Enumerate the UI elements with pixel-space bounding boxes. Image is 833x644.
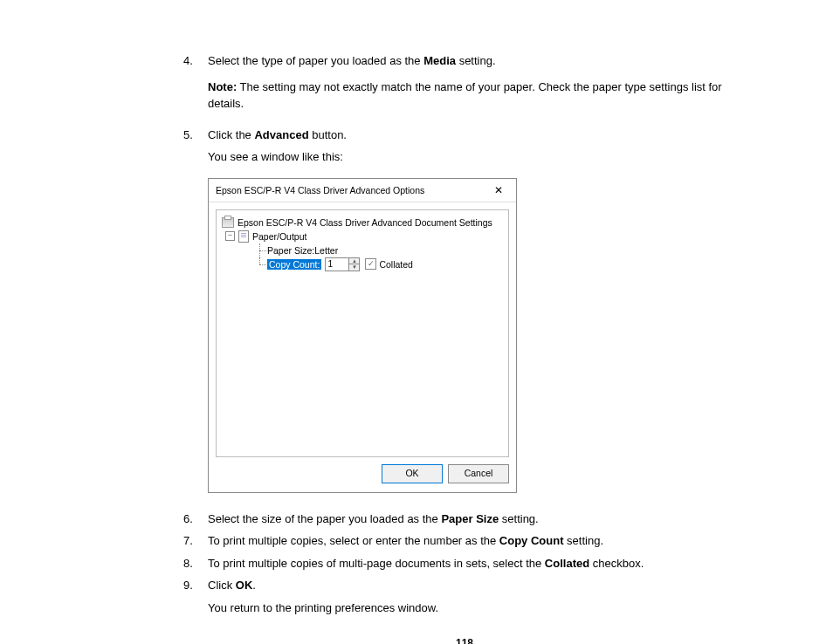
step-text-pre: Select the type of paper you loaded as t… (208, 54, 423, 67)
step-7: 7. To print multiple copies, select or e… (183, 532, 746, 550)
ok-button[interactable]: OK (382, 464, 443, 483)
step-body: Click OK. You return to the printing pre… (208, 577, 746, 616)
step-subtext: You return to the printing preferences w… (208, 599, 746, 617)
dialog-title: Epson ESC/P-R V4 Class Driver Advanced O… (216, 185, 424, 195)
close-icon[interactable]: ✕ (486, 182, 511, 198)
step-text-post: setting. (456, 54, 496, 67)
tree-root[interactable]: Epson ESC/P-R V4 Class Driver Advanced D… (220, 216, 505, 230)
step-5: 5. Click the Advanced button. You see a … (183, 127, 746, 166)
step-body: To print multiple copies, select or ente… (208, 532, 746, 550)
step-text-pre: Click the (208, 128, 254, 141)
copy-count-input[interactable] (326, 259, 348, 270)
step-body: Click the Advanced button. You see a win… (208, 127, 746, 166)
step-number: 9. (183, 577, 208, 616)
spinner-up-icon[interactable]: ▲ (349, 258, 359, 265)
document-icon (238, 230, 249, 243)
step-bold: Copy Count (499, 534, 564, 547)
step-text-post: button. (309, 128, 347, 141)
note-text: The setting may not exactly match the na… (208, 80, 722, 111)
dialog-titlebar: Epson ESC/P-R V4 Class Driver Advanced O… (209, 179, 516, 202)
step-bold: OK (236, 579, 253, 592)
cancel-button[interactable]: Cancel (448, 464, 509, 483)
collapse-icon[interactable]: − (225, 231, 235, 241)
paper-size-label: Paper Size: (267, 245, 314, 256)
step-text-pre: Select the size of the paper you loaded … (208, 512, 441, 525)
step-number: 8. (183, 555, 208, 572)
step-body: To print multiple copies of multi-page d… (208, 555, 746, 572)
step-number: 5. (183, 127, 208, 166)
step-text-pre: To print multiple copies of multi-page d… (208, 557, 545, 570)
tree-paper-output-label: Paper/Output (252, 231, 306, 242)
step-text-post: checkbox. (589, 557, 644, 570)
paper-size-value: Letter (314, 245, 338, 256)
advanced-options-dialog: Epson ESC/P-R V4 Class Driver Advanced O… (208, 178, 517, 493)
tree-connector (255, 257, 267, 271)
step-6: 6. Select the size of the paper you load… (183, 510, 746, 528)
step-bold: Collated (545, 557, 589, 570)
step-bold: Paper Size (441, 512, 499, 525)
copy-count-spinner[interactable]: ▲ ▼ (325, 257, 360, 271)
document-page: 4. Select the type of paper you loaded a… (0, 0, 833, 644)
tree-paper-output[interactable]: − Paper/Output (220, 230, 505, 243)
step-text-post: setting. (499, 512, 539, 525)
note: Note: The setting may not exactly match … (208, 79, 746, 113)
step-body: Select the type of paper you loaded as t… (208, 52, 746, 121)
step-text-post: . (252, 579, 256, 592)
step-number: 4. (183, 52, 208, 121)
step-bold: Media (423, 54, 456, 67)
dialog-screenshot: Epson ESC/P-R V4 Class Driver Advanced O… (208, 178, 746, 493)
tree-root-label: Epson ESC/P-R V4 Class Driver Advanced D… (238, 217, 492, 228)
dialog-body: Epson ESC/P-R V4 Class Driver Advanced D… (209, 202, 516, 492)
spinner-buttons[interactable]: ▲ ▼ (348, 258, 359, 271)
step-body: Select the size of the paper you loaded … (208, 510, 746, 528)
copy-count-label: Copy Count: (267, 259, 321, 270)
settings-tree[interactable]: Epson ESC/P-R V4 Class Driver Advanced D… (216, 209, 509, 457)
page-number: 118 (183, 637, 746, 644)
collated-label: Collated (379, 259, 413, 270)
spinner-down-icon[interactable]: ▼ (349, 264, 359, 271)
tree-connector (255, 243, 267, 257)
step-text-pre: To print multiple copies, select or ente… (208, 534, 499, 547)
step-text-pre: Click (208, 579, 236, 592)
step-number: 6. (183, 510, 208, 528)
step-bold: Advanced (254, 128, 308, 141)
printer-icon (222, 217, 234, 228)
tree-copy-count[interactable]: Copy Count: ▲ ▼ ✓ Collated (220, 257, 505, 271)
tree-paper-size[interactable]: Paper Size: Letter (220, 243, 505, 257)
dialog-button-row: OK Cancel (216, 457, 509, 485)
collated-checkbox[interactable]: ✓ (365, 258, 376, 270)
step-8: 8. To print multiple copies of multi-pag… (183, 555, 746, 572)
step-text-post: setting. (564, 534, 604, 547)
step-4: 4. Select the type of paper you loaded a… (183, 52, 746, 121)
step-9: 9. Click OK. You return to the printing … (183, 577, 746, 616)
note-label: Note: (208, 80, 237, 93)
step-subtext: You see a window like this: (208, 148, 746, 166)
step-number: 7. (183, 532, 208, 550)
